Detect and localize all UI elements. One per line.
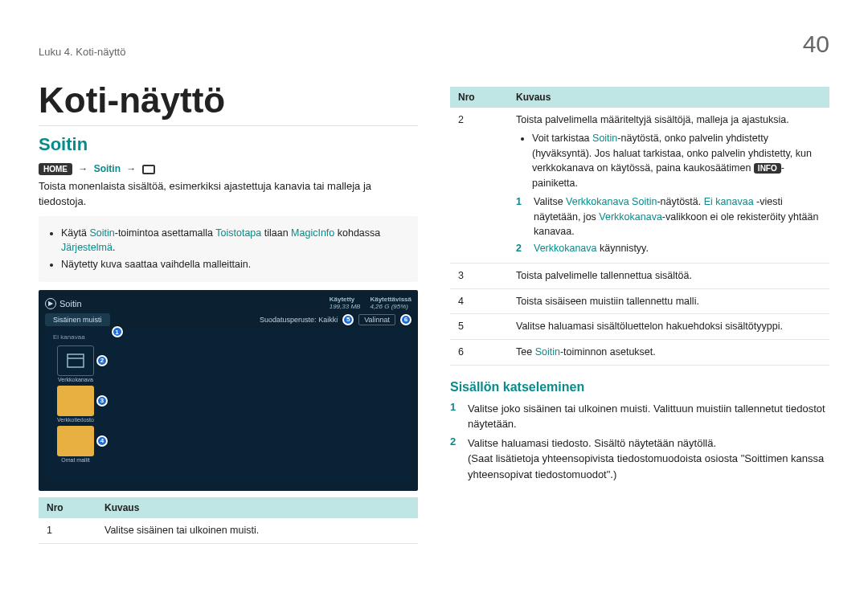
table-row: 5Valitse haluamasi sisältöluettelon haku… bbox=[450, 314, 829, 340]
steps-list: 1 Valitse joko sisäinen tai ulkoinen mui… bbox=[450, 401, 829, 483]
col-desc: Kuvaus bbox=[96, 497, 418, 518]
callout-6: 6 bbox=[400, 314, 411, 325]
breadcrumb: HOME → Soitin → bbox=[39, 163, 418, 174]
screenshot-title: Soitin bbox=[59, 299, 82, 309]
table-row: 1 Valitse sisäinen tai ulkoinen muisti. bbox=[39, 518, 418, 543]
callout-4: 4 bbox=[96, 435, 108, 447]
table-row: 4Toista sisäiseen muistiin tallennettu m… bbox=[450, 288, 829, 314]
page-number: 40 bbox=[803, 31, 829, 58]
description-table-left: Nro Kuvaus 1 Valitse sisäinen tai ulkoin… bbox=[39, 497, 418, 544]
home-tag: HOME bbox=[39, 163, 72, 175]
storage-meta: Käytetty199,33 MB Käytettävissä4,26 G (9… bbox=[330, 296, 411, 311]
svg-rect-0 bbox=[68, 354, 84, 367]
left-column: Koti-näyttö Soitin HOME → Soitin → Toist… bbox=[39, 80, 418, 544]
memory-tab[interactable]: Sisäinen muisti bbox=[45, 313, 110, 326]
table-row: 2 Toista palvelimella määriteltyjä sisäl… bbox=[450, 108, 829, 263]
page-title: Koti-näyttö bbox=[39, 80, 418, 121]
table-row: 3Toista palvelimelle tallennettua sisält… bbox=[450, 263, 829, 288]
channel-icon[interactable] bbox=[57, 345, 94, 376]
group-label: Ei kanavaa bbox=[53, 333, 403, 341]
description-table-right: Nro Kuvaus 2 Toista palvelimella määrite… bbox=[450, 87, 829, 366]
callout-2: 2 bbox=[96, 355, 108, 366]
folder-icon[interactable] bbox=[57, 386, 94, 416]
step: 2 Valitse haluamasi tiedosto. Sisältö nä… bbox=[450, 435, 829, 483]
note-box: Käytä Soitin-toimintoa asettamalla Toist… bbox=[39, 216, 418, 282]
options-button[interactable]: Valinnat bbox=[358, 314, 395, 325]
chapter-label: Luku 4. Koti-näyttö bbox=[39, 46, 125, 58]
page: Luku 4. Koti-näyttö 40 Koti-näyttö Soiti… bbox=[0, 0, 868, 544]
columns: Koti-näyttö Soitin HOME → Soitin → Toist… bbox=[39, 80, 829, 544]
section-heading: Soitin bbox=[39, 134, 418, 155]
bullet: Voit tarkistaa Soitin-näytöstä, onko pal… bbox=[532, 131, 821, 191]
arrow-icon: → bbox=[126, 163, 136, 174]
table-row: 6 Tee Soitin-toiminnon asetukset. bbox=[450, 340, 829, 366]
arrow-icon: → bbox=[78, 163, 88, 174]
info-tag: INFO bbox=[754, 163, 781, 174]
right-column: Nro Kuvaus 2 Toista palvelimella määrite… bbox=[450, 80, 829, 544]
callout-5: 5 bbox=[342, 314, 354, 325]
callout-1: 1 bbox=[112, 326, 123, 337]
header-bar: Luku 4. Koti-näyttö 40 bbox=[39, 31, 829, 58]
filter-label: Suodatusperuste: Kaikki bbox=[260, 316, 338, 324]
col-nro: Nro bbox=[39, 497, 96, 518]
col-nro: Nro bbox=[450, 87, 508, 108]
callout-3: 3 bbox=[96, 395, 108, 407]
substep: 2 Verkkokanava käynnistyy. bbox=[516, 241, 821, 256]
folder-icon[interactable] bbox=[57, 426, 94, 456]
enter-icon bbox=[142, 165, 155, 174]
breadcrumb-item: Soitin bbox=[94, 163, 121, 174]
col-desc: Kuvaus bbox=[508, 87, 829, 108]
substep: 1 Valitse Verkkokanava Soitin-näytöstä. … bbox=[516, 194, 821, 239]
subsection-heading: Sisällön katseleminen bbox=[450, 380, 829, 394]
note-item: Käytä Soitin-toimintoa asettamalla Toist… bbox=[61, 226, 408, 256]
lead-paragraph: Toista monenlaista sisältöä, esimerkiksi… bbox=[39, 179, 418, 210]
note-item: Näytetty kuva saattaa vaihdella malleitt… bbox=[61, 257, 408, 272]
step: 1 Valitse joko sisäinen tai ulkoinen mui… bbox=[450, 401, 829, 432]
title-divider bbox=[39, 125, 418, 126]
play-icon: ▶ bbox=[45, 298, 56, 309]
ui-screenshot: ▶ Soitin Käytetty199,33 MB Käytettävissä… bbox=[39, 290, 418, 491]
